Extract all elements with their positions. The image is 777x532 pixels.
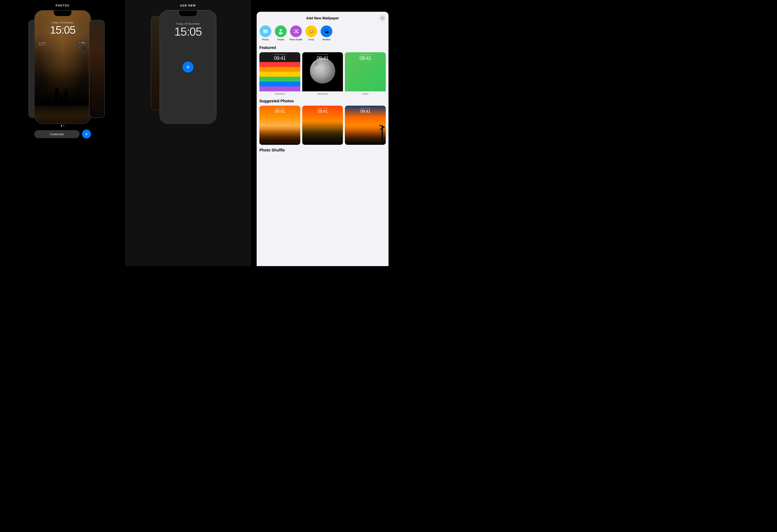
panel1-label: PHOTOS	[56, 4, 70, 7]
phone1-controls: 📷 None ⊙	[77, 41, 87, 51]
sugg3-time: 09:41	[360, 109, 370, 114]
colour-label: Colour	[345, 91, 386, 96]
phone2-date: Friday, 29 December	[176, 22, 200, 25]
panel2-label: ADD NEW	[180, 4, 196, 7]
type-weather[interactable]: 🌤 Weather	[320, 25, 333, 41]
emoji-icon: 😊	[308, 28, 315, 35]
sheet-title: Add New Wallpaper	[266, 16, 379, 20]
astronomy-time-overlay: Fri 29 First Quarter 09:41	[302, 54, 343, 61]
featured-row: Tuesday, 9 January 09:41 Collections	[259, 52, 386, 96]
people-icon	[278, 28, 284, 34]
type-photo-shuffle[interactable]: Photo Shuffle	[289, 25, 303, 41]
add-wallpaper-center-button[interactable]: +	[183, 62, 194, 73]
photo-shuffle-icon-circle	[290, 25, 302, 37]
phone-mockup-inner: Friday, 29 December 15:05 +	[160, 11, 216, 123]
dot-1	[61, 125, 62, 126]
phone1-time: 15:05	[35, 24, 91, 35]
suggested-section-title: Suggested Photos	[259, 99, 386, 103]
photos-icon	[262, 28, 268, 34]
photo-shuffle-type-label: Photo Shuffle	[290, 38, 303, 41]
astronomy-card-img: Fri 29 First Quarter 09:41	[302, 52, 343, 91]
svg-rect-1	[263, 30, 266, 32]
suggested-img-3: Tuesday, 9 January 09:41	[345, 106, 386, 145]
collections-card-img: Tuesday, 9 January 09:41	[259, 52, 300, 91]
emoji-icon-circle: 😊	[305, 25, 317, 37]
photo-shuffle-icon	[293, 28, 299, 34]
suggested-card-1[interactable]: Tuesday, 9 January 09:41	[259, 106, 300, 145]
colour-card-img: Tuesday, 9 January 09:41	[345, 52, 386, 91]
sheet-content: Featured	[257, 44, 388, 266]
customise-button[interactable]: Customise	[34, 130, 80, 138]
palm-leaves	[379, 126, 385, 127]
wallpaper-types-row: Photos People	[257, 24, 388, 44]
sugg1-time: 09:41	[274, 109, 285, 114]
suggested-img-2: Tuesday, 9 January 09:41	[302, 106, 343, 145]
phone-mockup-photos: Friday, 29 December 15:05 ☁ Cloudy H14° …	[34, 10, 91, 124]
phone2-time: 15:05	[174, 25, 202, 38]
close-button[interactable]: ✕	[379, 15, 385, 21]
astronomy-time: 09:41	[302, 56, 343, 61]
dots-indicator	[61, 125, 64, 126]
ring-control[interactable]: ⊙	[81, 45, 87, 51]
suggested-card-2[interactable]: Tuesday, 9 January 09:41	[302, 106, 343, 145]
collections-time: 09:41	[259, 56, 300, 61]
featured-card-collections[interactable]: Tuesday, 9 January 09:41 Collections	[259, 52, 300, 96]
svg-rect-3	[263, 32, 267, 33]
add-new-button[interactable]: +	[82, 129, 91, 138]
suggested-row: Tuesday, 9 January 09:41 Tuesday, 9 Janu…	[259, 106, 386, 145]
svg-point-5	[279, 32, 283, 34]
bottom-controls: Customise +	[34, 129, 91, 138]
astronomy-date: Fri 29 First Quarter	[302, 54, 343, 55]
featured-card-colour[interactable]: Tuesday, 9 January 09:41 Colour	[345, 52, 386, 96]
weather-icon: 🌤	[324, 28, 329, 34]
temp-label: H14° L5°	[38, 44, 45, 46]
people-type-label: People	[278, 38, 284, 41]
panel-add-new: ADD NEW Friday, 29 December 15:05 +	[125, 0, 251, 266]
photos-type-label: Photos	[262, 38, 269, 41]
collections-label: Collections	[259, 91, 300, 96]
moon-visual	[310, 58, 335, 84]
astronomy-label: Astronomy	[302, 91, 343, 96]
panel-photos: PHOTOS	[0, 0, 125, 266]
phone-secondary-right	[89, 20, 105, 118]
type-emoji[interactable]: 😊 Emoji	[304, 25, 318, 41]
weather-type-label: Weather	[322, 38, 330, 41]
wallpaper-sheet: Add New Wallpaper ✕ Photos	[257, 12, 388, 266]
emoji-type-label: Emoji	[309, 38, 314, 41]
svg-point-4	[280, 29, 282, 31]
none-label: None	[81, 42, 85, 43]
weather-label: Cloudy	[41, 42, 45, 43]
sugg2-time: 09:41	[318, 109, 328, 114]
phone-mockup-add-new: Friday, 29 December 15:05 +	[159, 10, 216, 124]
colour-time: 09:41	[345, 56, 386, 61]
photos-icon-circle	[259, 25, 271, 37]
none-pill[interactable]: 📷 None	[77, 41, 87, 44]
weather-icon-circle: 🌤	[321, 25, 332, 37]
type-people[interactable]: People	[274, 25, 288, 41]
suggested-card-3[interactable]: Tuesday, 9 January 09:41	[345, 106, 386, 145]
svg-rect-2	[266, 30, 267, 32]
dot-2	[63, 125, 64, 126]
type-photos[interactable]: Photos	[258, 25, 272, 41]
people-icon-circle	[275, 25, 287, 37]
phone-info: Friday, 29 December 15:05	[35, 21, 91, 35]
featured-card-astronomy[interactable]: Fri 29 First Quarter 09:41 Astronomy	[302, 52, 343, 96]
colour-time-overlay: Tuesday, 9 January 09:41	[345, 54, 386, 61]
panel-wallpaper-sheet: Add New Wallpaper ✕ Photos	[251, 0, 388, 266]
suggested-img-1: Tuesday, 9 January 09:41	[259, 106, 300, 145]
featured-section-title: Featured	[259, 45, 386, 50]
collections-date: Tuesday, 9 January	[259, 54, 300, 55]
phone1-widgets: ☁ Cloudy H14° L5°	[38, 42, 45, 46]
photo-shuffle-section-title: Photo Shuffle	[259, 148, 386, 152]
collections-time-overlay: Tuesday, 9 January 09:41	[259, 54, 300, 61]
colour-date: Tuesday, 9 January	[345, 54, 386, 55]
rainbow-stripes	[259, 62, 300, 91]
sheet-header: Add New Wallpaper ✕	[257, 12, 388, 24]
